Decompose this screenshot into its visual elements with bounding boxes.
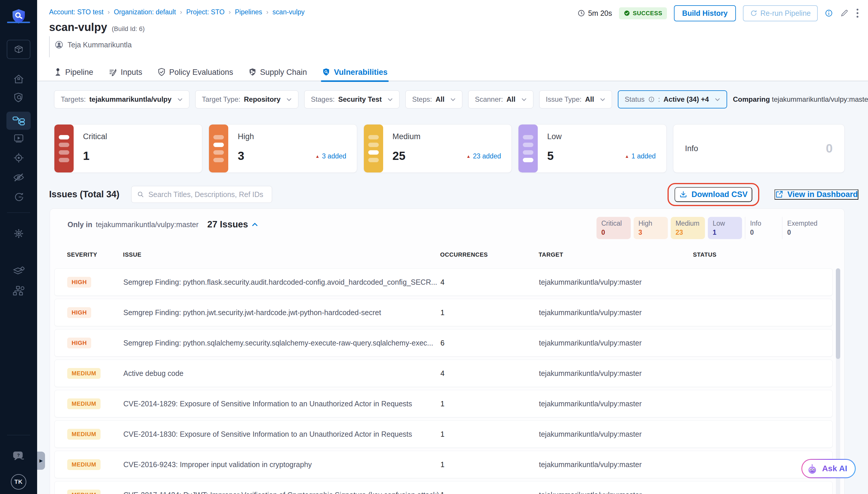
- ask-ai-button[interactable]: Ask AI: [802, 459, 856, 478]
- chevron-down-icon: [715, 98, 720, 101]
- search-input[interactable]: [149, 190, 267, 199]
- issue-title[interactable]: Active debug code: [123, 369, 440, 378]
- breadcrumb-separator: ›: [266, 8, 268, 16]
- rerun-pipeline-button[interactable]: Re-run Pipeline: [743, 5, 818, 21]
- issue-target: tejakummarikuntla/vulpy:master: [539, 339, 693, 347]
- pipelines-nav-active[interactable]: [6, 112, 31, 130]
- occurrences-count: 1: [440, 400, 539, 408]
- issue-title[interactable]: Semgrep Finding: python.sqlalchemy.secur…: [123, 339, 440, 347]
- breadcrumb-current[interactable]: scan-vulpy: [272, 8, 305, 16]
- issue-target: tejakummarikuntla/vulpy:master: [539, 400, 693, 408]
- medium-card: Medium 25 ▲23 added: [364, 124, 512, 173]
- issues-search[interactable]: [131, 186, 272, 203]
- group-header[interactable]: Only in tejakummarikuntla/vulpy:master 2…: [67, 219, 258, 230]
- issue-row[interactable]: MEDIUM CVE-2014-1830: Exposure of Sensit…: [54, 420, 833, 448]
- breadcrumb-org[interactable]: Organization: default: [114, 8, 176, 16]
- kebab-menu-icon[interactable]: [856, 8, 859, 18]
- info-icon[interactable]: [825, 9, 833, 17]
- occurrences-count: 4: [440, 278, 539, 286]
- chip-medium: Medium23: [671, 217, 705, 239]
- breadcrumb-separator: ›: [229, 8, 231, 16]
- sto-vulnerabilities-page: ? TK ▶ Account: STO test› Organization: …: [0, 0, 868, 494]
- eye-off-icon[interactable]: [0, 171, 37, 184]
- severity-badge: MEDIUM: [67, 398, 100, 409]
- ai-mascot-icon: [806, 462, 818, 475]
- issue-row[interactable]: MEDIUM CVE-2016-9243: Improper input val…: [54, 451, 833, 478]
- filter-stages[interactable]: Stages:Security Test: [304, 90, 400, 109]
- chevron-down-icon: [450, 98, 456, 101]
- filter-issue-type[interactable]: Issue Type:All: [539, 90, 612, 109]
- occurrences-count: 1: [440, 491, 539, 494]
- build-history-button[interactable]: Build History: [674, 5, 736, 21]
- critical-gauge-icon: [54, 125, 74, 172]
- breadcrumb-project[interactable]: Project: STO: [186, 8, 225, 16]
- tab-vulnerabilities[interactable]: Vulnerabilities: [322, 63, 388, 81]
- issue-row[interactable]: HIGH Semgrep Finding: python.jwt.securit…: [54, 299, 833, 326]
- filter-target-type[interactable]: Target Type:Repository: [195, 90, 298, 109]
- default-settings-layers-icon[interactable]: [0, 265, 37, 278]
- chip-info: Info0: [745, 217, 779, 239]
- home-icon[interactable]: [0, 73, 37, 86]
- shield-scan-icon[interactable]: [0, 91, 37, 104]
- issue-title[interactable]: CVE-2014-1829: Exposure of Sensitive Inf…: [123, 400, 440, 408]
- breadcrumb-account[interactable]: Account: STO test: [49, 8, 103, 16]
- severity-badge: MEDIUM: [67, 429, 100, 440]
- module-cube-button[interactable]: [7, 40, 31, 59]
- issue-row[interactable]: MEDIUM Active debug code 4 tejakummariku…: [54, 360, 833, 387]
- sidebar-divider: [7, 212, 30, 213]
- search-icon: [137, 191, 144, 198]
- issue-target: tejakummarikuntla/vulpy:master: [539, 369, 693, 378]
- issue-target: tejakummarikuntla/vulpy:master: [539, 460, 693, 469]
- issue-row[interactable]: HIGH Semgrep Finding: python.flask.secur…: [54, 268, 833, 296]
- critical-card: Critical 1: [54, 124, 202, 173]
- chevron-down-icon: [286, 98, 292, 101]
- tab-pipeline[interactable]: Pipeline: [54, 63, 93, 81]
- scrollbar-thumb[interactable]: [836, 268, 840, 359]
- filter-steps[interactable]: Steps:All: [405, 90, 462, 109]
- author-row: Teja Kummarikuntla: [55, 40, 132, 49]
- issues-panel: Only in tejakummarikuntla/vulpy:master 2…: [50, 208, 845, 494]
- issue-row[interactable]: MEDIUM CVE-2017-11424: PyJWT: Improper V…: [54, 481, 833, 494]
- filters-row: Targets:tejakummarikuntla/vulpy Target T…: [54, 90, 845, 109]
- org-structure-icon[interactable]: [0, 284, 37, 298]
- chip-high: High3: [634, 217, 668, 239]
- gitops-icon[interactable]: [0, 190, 37, 204]
- clock-icon: [578, 10, 585, 17]
- help-chat-icon[interactable]: ?: [0, 449, 37, 463]
- issue-title[interactable]: Semgrep Finding: python.jwt.security.jwt…: [123, 308, 440, 317]
- edit-pencil-icon[interactable]: [840, 9, 849, 18]
- filter-targets[interactable]: Targets:tejakummarikuntla/vulpy: [54, 90, 189, 109]
- shield-check-icon: [157, 68, 166, 77]
- issue-title[interactable]: Semgrep Finding: python.flask.security.a…: [123, 278, 440, 286]
- user-avatar[interactable]: TK: [11, 474, 26, 490]
- targets-icon[interactable]: [0, 151, 37, 165]
- shield-network-icon: [248, 68, 256, 77]
- logo-underline: [7, 22, 30, 23]
- filter-scanner[interactable]: Scanner:All: [468, 90, 533, 109]
- filter-status[interactable]: Status : Active (34) +4: [618, 90, 727, 109]
- tab-policy-evaluations[interactable]: Policy Evaluations: [157, 63, 233, 81]
- issue-title[interactable]: CVE-2017-11424: PyJWT: Improper Verifica…: [123, 491, 440, 494]
- severity-summary-cards: Critical 1 High 3 ▲3 added Medium 25 ▲23…: [54, 124, 845, 173]
- medium-gauge-icon: [364, 125, 383, 172]
- view-in-dashboard-button[interactable]: View in Dashboard: [774, 189, 859, 200]
- medium-added-delta: ▲23 added: [466, 152, 501, 160]
- settings-gear-icon[interactable]: [0, 227, 37, 240]
- issue-title[interactable]: CVE-2014-1830: Exposure of Sensitive Inf…: [123, 430, 440, 438]
- high-card: High 3 ▲3 added: [209, 124, 357, 173]
- author-name: Teja Kummarikuntla: [67, 41, 132, 49]
- tab-inputs[interactable]: Inputs: [109, 63, 142, 81]
- issue-title[interactable]: CVE-2016-9243: Improper input validation…: [123, 460, 440, 469]
- executions-icon[interactable]: [0, 132, 37, 145]
- left-nav-sidebar: ? TK: [0, 0, 37, 494]
- issue-row[interactable]: HIGH Semgrep Finding: python.sqlalchemy.…: [54, 329, 833, 357]
- external-link-icon: [775, 190, 783, 198]
- top-actions: 5m 20s SUCCESS Build History Re-run Pipe…: [578, 5, 859, 22]
- high-added-delta: ▲3 added: [315, 152, 346, 160]
- tab-supply-chain[interactable]: Supply Chain: [248, 63, 307, 81]
- issue-row[interactable]: MEDIUM CVE-2014-1829: Exposure of Sensit…: [54, 390, 833, 417]
- breadcrumb-pipelines[interactable]: Pipelines: [235, 8, 262, 16]
- download-csv-button[interactable]: Download CSV: [675, 187, 752, 202]
- chevron-up-icon[interactable]: [252, 223, 258, 227]
- sidebar-expand-handle[interactable]: ▶: [37, 452, 45, 470]
